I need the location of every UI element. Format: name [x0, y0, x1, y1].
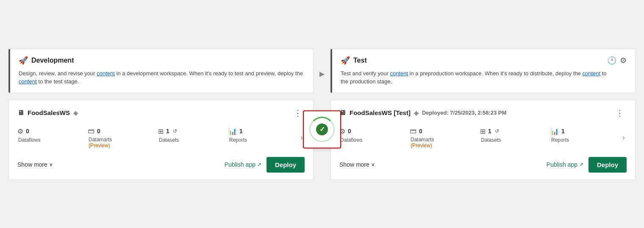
deploy-overlay-wrapper: ✓ [303, 110, 341, 148]
test-datamarts-count: 0 [419, 128, 422, 135]
development-workspace-card: 🖥 FoodSalesWS ◈ ⋮ ⚙ 0 Dataflows 🗃 [8, 100, 314, 180]
dev-datamarts-count: 0 [97, 128, 100, 135]
test-stage: 🚀 Test Test and verify your content in a… [330, 49, 636, 180]
dev-show-more-chevron: ∨ [49, 162, 53, 168]
deploy-animation-overlay: ✓ [303, 110, 341, 148]
test-more-menu[interactable]: ⋮ [613, 107, 627, 119]
test-diamond-icon: ◈ [414, 110, 419, 116]
dev-datamarts-preview: (Preview) [89, 143, 112, 148]
dev-card-footer: Show more ∨ Publish app ↗ Deploy [17, 157, 305, 173]
test-reports-label: Reports [550, 137, 569, 143]
datasets-icon-test: ⊞ [480, 127, 486, 135]
development-title-text: Development [31, 57, 74, 64]
test-title: 🚀 Test [341, 56, 607, 65]
test-footer-actions: Publish app ↗ Deploy [547, 157, 627, 173]
stage-arrow-dev-test: ▶ [314, 49, 330, 78]
dev-metric-datasets: ⊞ 1 ↺ Datasets [158, 127, 228, 143]
dev-metrics-row: ⚙ 0 Dataflows 🗃 0 Datamarts(Preview) ⊞ [17, 127, 305, 148]
dev-workspace-icon: 🖥 [17, 109, 24, 117]
test-header: 🚀 Test Test and verify your content in a… [330, 49, 636, 93]
test-datasets-count: 1 [488, 128, 491, 135]
dataflows-icon-dev: ⚙ [17, 127, 23, 135]
test-deployed-text: Deployed: 7/25/2023, 2:58:23 PM [422, 110, 506, 116]
deploy-spinner-arrow [309, 117, 335, 142]
development-stage: 🚀 Development Design, review, and revise… [8, 49, 314, 180]
dev-datasets-count: 1 [166, 128, 169, 135]
reports-icon-test: 📊 [550, 127, 559, 135]
test-workspace-header: 🖥 FoodSalesWS [Test] ◈ Deployed: 7/25/20… [339, 107, 627, 119]
development-desc-link1[interactable]: content [97, 70, 115, 77]
deploy-spinner-outer: ✓ [309, 117, 335, 142]
dev-datamarts-label: Datamarts(Preview) [88, 137, 112, 148]
dev-deploy-button[interactable]: Deploy [266, 157, 305, 173]
test-metric-dataflows: ⚙ 0 Dataflows [339, 127, 410, 143]
development-stage-icon: 🚀 [19, 56, 28, 65]
test-deploy-button[interactable]: Deploy [588, 157, 627, 173]
test-reports-count: 1 [561, 128, 565, 135]
test-metric-datasets: ⊞ 1 ↺ Datasets [480, 127, 550, 143]
dev-metric-datamarts: 🗃 0 Datamarts(Preview) [88, 127, 158, 148]
dev-dataflows-count: 0 [26, 128, 29, 135]
test-publish-app-link[interactable]: Publish app ↗ [547, 161, 583, 168]
dev-reports-count: 1 [239, 128, 243, 135]
test-show-more-chevron: ∨ [371, 162, 375, 168]
datamarts-icon-test: 🗃 [410, 127, 416, 135]
dev-metric-dataflows: ⚙ 0 Dataflows [17, 127, 88, 143]
test-header-icons: 🕐 ⚙ [607, 56, 627, 65]
development-workspace-header: 🖥 FoodSalesWS ◈ ⋮ [17, 107, 305, 119]
development-description: Design, review, and revise your content … [19, 69, 305, 86]
test-metrics-row: ⚙ 0 Dataflows 🗃 0 Datamarts(Preview) ⊞ [339, 127, 627, 148]
test-title-text: Test [353, 57, 367, 64]
test-workspace-card: 🖥 FoodSalesWS [Test] ◈ Deployed: 7/25/20… [330, 100, 636, 180]
development-header: 🚀 Development Design, review, and revise… [8, 49, 314, 93]
dev-workspace-name: FoodSalesWS [28, 109, 70, 116]
test-datamarts-preview: (Preview) [411, 143, 434, 148]
test-publish-external-icon: ↗ [579, 162, 583, 168]
dev-show-more-label: Show more [17, 161, 47, 168]
test-show-more[interactable]: Show more ∨ [339, 161, 375, 168]
dev-reports-label: Reports [228, 137, 247, 143]
test-publish-label: Publish app [547, 161, 577, 168]
arrow-right-icon: ▶ [319, 70, 325, 78]
test-metrics-chevron[interactable]: › [621, 132, 627, 144]
datasets-icon-dev: ⊞ [158, 127, 164, 135]
dev-diamond-icon: ◈ [73, 110, 78, 116]
dev-dataflows-label: Dataflows [17, 137, 41, 143]
test-dataflows-count: 0 [348, 128, 351, 135]
dev-publish-app-link[interactable]: Publish app ↗ [225, 161, 261, 168]
dev-metric-reports: 📊 1 Reports [228, 127, 299, 143]
development-desc-link2[interactable]: content [19, 78, 37, 85]
dev-footer-actions: Publish app ↗ Deploy [225, 157, 305, 173]
test-stage-icon: 🚀 [341, 56, 350, 65]
test-datasets-label: Datasets [480, 137, 501, 143]
test-card-footer: Show more ∨ Publish app ↗ Deploy [339, 157, 627, 173]
test-dataflows-label: Dataflows [339, 137, 363, 143]
datamarts-icon-dev: 🗃 [88, 127, 94, 135]
test-datasets-refresh-icon[interactable]: ↺ [495, 128, 499, 134]
test-desc-link2[interactable]: content [582, 70, 600, 77]
test-metric-reports: 📊 1 Reports [550, 127, 621, 143]
test-desc-link1[interactable]: content [390, 70, 408, 77]
dev-show-more[interactable]: Show more ∨ [17, 161, 53, 168]
test-settings-icon[interactable]: ⚙ [620, 56, 627, 65]
dev-publish-external-icon: ↗ [257, 162, 261, 168]
test-metric-datamarts: 🗃 0 Datamarts(Preview) [410, 127, 480, 148]
development-workspace-title: 🖥 FoodSalesWS ◈ [17, 109, 78, 117]
dev-publish-label: Publish app [225, 161, 255, 168]
test-datamarts-label: Datamarts(Preview) [410, 137, 434, 148]
reports-icon-dev: 📊 [228, 127, 237, 135]
development-title: 🚀 Development [19, 56, 305, 65]
test-workspace-title: 🖥 FoodSalesWS [Test] ◈ Deployed: 7/25/20… [339, 109, 506, 117]
test-workspace-name: FoodSalesWS [Test] [350, 109, 411, 116]
dev-datasets-label: Datasets [158, 137, 179, 143]
test-history-icon[interactable]: 🕐 [607, 56, 616, 65]
test-show-more-label: Show more [339, 161, 369, 168]
dev-datasets-refresh-icon[interactable]: ↺ [173, 128, 177, 134]
test-description: Test and verify your content in a prepro… [341, 69, 607, 86]
